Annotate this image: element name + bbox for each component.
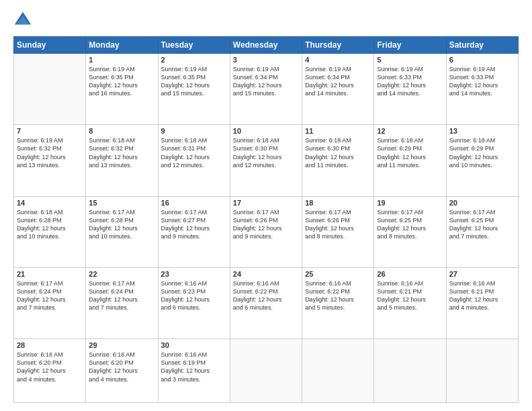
day-info: Sunrise: 6:16 AM Sunset: 6:21 PM Dayligh… <box>449 279 515 312</box>
day-number: 15 <box>89 199 154 207</box>
day-number: 19 <box>377 199 443 207</box>
day-info: Sunrise: 6:16 AM Sunset: 6:23 PM Dayligh… <box>161 279 227 312</box>
calendar-cell: 6Sunrise: 6:19 AM Sunset: 6:33 PM Daylig… <box>446 54 518 125</box>
day-info: Sunrise: 6:18 AM Sunset: 6:30 PM Dayligh… <box>305 136 371 169</box>
day-number: 24 <box>233 270 299 278</box>
calendar-cell: 30Sunrise: 6:16 AM Sunset: 6:19 PM Dayli… <box>158 339 230 403</box>
day-number: 9 <box>161 127 227 135</box>
day-number: 21 <box>17 270 83 278</box>
calendar-cell: 24Sunrise: 6:16 AM Sunset: 6:22 PM Dayli… <box>230 267 302 338</box>
calendar-week-row: 14Sunrise: 6:18 AM Sunset: 6:28 PM Dayli… <box>14 196 519 267</box>
day-number: 11 <box>305 127 371 135</box>
day-info: Sunrise: 6:19 AM Sunset: 6:33 PM Dayligh… <box>449 65 515 98</box>
day-info: Sunrise: 6:18 AM Sunset: 6:29 PM Dayligh… <box>377 136 443 169</box>
day-info: Sunrise: 6:17 AM Sunset: 6:28 PM Dayligh… <box>89 208 154 241</box>
calendar-cell: 27Sunrise: 6:16 AM Sunset: 6:21 PM Dayli… <box>446 267 518 338</box>
calendar-cell: 7Sunrise: 6:19 AM Sunset: 6:32 PM Daylig… <box>14 125 86 196</box>
calendar-cell: 22Sunrise: 6:17 AM Sunset: 6:24 PM Dayli… <box>86 267 158 338</box>
calendar-week-row: 7Sunrise: 6:19 AM Sunset: 6:32 PM Daylig… <box>14 125 519 196</box>
weekday-header-friday: Friday <box>374 37 446 54</box>
header <box>13 11 519 30</box>
day-info: Sunrise: 6:18 AM Sunset: 6:31 PM Dayligh… <box>161 136 227 169</box>
calendar-cell: 15Sunrise: 6:17 AM Sunset: 6:28 PM Dayli… <box>86 196 158 267</box>
day-number: 14 <box>17 199 83 207</box>
calendar-cell: 23Sunrise: 6:16 AM Sunset: 6:23 PM Dayli… <box>158 267 230 338</box>
day-info: Sunrise: 6:16 AM Sunset: 6:20 PM Dayligh… <box>89 351 154 383</box>
day-info: Sunrise: 6:17 AM Sunset: 6:26 PM Dayligh… <box>233 208 299 241</box>
calendar-cell: 12Sunrise: 6:18 AM Sunset: 6:29 PM Dayli… <box>374 125 446 196</box>
day-number: 25 <box>305 270 371 278</box>
weekday-header-monday: Monday <box>86 37 158 54</box>
day-info: Sunrise: 6:18 AM Sunset: 6:30 PM Dayligh… <box>233 136 299 169</box>
weekday-header-thursday: Thursday <box>302 37 374 54</box>
day-info: Sunrise: 6:18 AM Sunset: 6:32 PM Dayligh… <box>89 136 154 169</box>
day-info: Sunrise: 6:17 AM Sunset: 6:26 PM Dayligh… <box>305 208 371 241</box>
calendar-week-row: 21Sunrise: 6:17 AM Sunset: 6:24 PM Dayli… <box>14 267 519 338</box>
day-info: Sunrise: 6:16 AM Sunset: 6:19 PM Dayligh… <box>161 351 227 383</box>
logo-icon <box>13 11 32 30</box>
day-info: Sunrise: 6:18 AM Sunset: 6:29 PM Dayligh… <box>449 136 515 169</box>
page: SundayMondayTuesdayWednesdayThursdayFrid… <box>0 0 532 411</box>
day-number: 26 <box>377 270 443 278</box>
day-number: 22 <box>89 270 154 278</box>
weekday-header-wednesday: Wednesday <box>230 37 302 54</box>
calendar-cell: 17Sunrise: 6:17 AM Sunset: 6:26 PM Dayli… <box>230 196 302 267</box>
calendar-cell: 5Sunrise: 6:19 AM Sunset: 6:33 PM Daylig… <box>374 54 446 125</box>
weekday-header-saturday: Saturday <box>446 37 518 54</box>
calendar-cell: 3Sunrise: 6:19 AM Sunset: 6:34 PM Daylig… <box>230 54 302 125</box>
calendar-cell: 18Sunrise: 6:17 AM Sunset: 6:26 PM Dayli… <box>302 196 374 267</box>
calendar-header-row: SundayMondayTuesdayWednesdayThursdayFrid… <box>14 37 519 54</box>
day-info: Sunrise: 6:19 AM Sunset: 6:33 PM Dayligh… <box>377 65 443 98</box>
day-info: Sunrise: 6:19 AM Sunset: 6:32 PM Dayligh… <box>17 136 83 169</box>
day-number: 20 <box>449 199 515 207</box>
calendar-cell: 20Sunrise: 6:17 AM Sunset: 6:25 PM Dayli… <box>446 196 518 267</box>
day-number: 8 <box>89 127 154 135</box>
calendar-cell: 14Sunrise: 6:18 AM Sunset: 6:28 PM Dayli… <box>14 196 86 267</box>
day-info: Sunrise: 6:17 AM Sunset: 6:25 PM Dayligh… <box>449 208 515 241</box>
day-info: Sunrise: 6:17 AM Sunset: 6:24 PM Dayligh… <box>17 279 83 312</box>
day-number: 5 <box>377 56 443 64</box>
day-info: Sunrise: 6:16 AM Sunset: 6:21 PM Dayligh… <box>377 279 443 312</box>
day-number: 7 <box>17 127 83 135</box>
calendar-cell <box>302 339 374 403</box>
day-number: 28 <box>17 341 83 349</box>
day-number: 27 <box>449 270 515 278</box>
day-number: 16 <box>161 199 227 207</box>
day-number: 30 <box>161 341 227 349</box>
calendar-cell <box>230 339 302 403</box>
day-number: 17 <box>233 199 299 207</box>
day-info: Sunrise: 6:19 AM Sunset: 6:34 PM Dayligh… <box>233 65 299 98</box>
day-number: 10 <box>233 127 299 135</box>
day-info: Sunrise: 6:17 AM Sunset: 6:27 PM Dayligh… <box>161 208 227 241</box>
day-number: 1 <box>89 56 154 64</box>
calendar-cell: 8Sunrise: 6:18 AM Sunset: 6:32 PM Daylig… <box>86 125 158 196</box>
calendar-table: SundayMondayTuesdayWednesdayThursdayFrid… <box>13 36 519 403</box>
day-number: 18 <box>305 199 371 207</box>
calendar-cell <box>374 339 446 403</box>
day-info: Sunrise: 6:18 AM Sunset: 6:28 PM Dayligh… <box>17 208 83 241</box>
day-info: Sunrise: 6:16 AM Sunset: 6:22 PM Dayligh… <box>305 279 371 312</box>
calendar-cell: 25Sunrise: 6:16 AM Sunset: 6:22 PM Dayli… <box>302 267 374 338</box>
day-number: 13 <box>449 127 515 135</box>
calendar-week-row: 1Sunrise: 6:19 AM Sunset: 6:35 PM Daylig… <box>14 54 519 125</box>
calendar-cell: 4Sunrise: 6:19 AM Sunset: 6:34 PM Daylig… <box>302 54 374 125</box>
day-info: Sunrise: 6:16 AM Sunset: 6:22 PM Dayligh… <box>233 279 299 312</box>
calendar-cell: 13Sunrise: 6:18 AM Sunset: 6:29 PM Dayli… <box>446 125 518 196</box>
day-info: Sunrise: 6:19 AM Sunset: 6:35 PM Dayligh… <box>89 65 154 98</box>
calendar-cell: 1Sunrise: 6:19 AM Sunset: 6:35 PM Daylig… <box>86 54 158 125</box>
calendar-cell <box>446 339 518 403</box>
day-info: Sunrise: 6:16 AM Sunset: 6:20 PM Dayligh… <box>17 351 83 383</box>
calendar-cell: 2Sunrise: 6:19 AM Sunset: 6:35 PM Daylig… <box>158 54 230 125</box>
calendar-cell: 26Sunrise: 6:16 AM Sunset: 6:21 PM Dayli… <box>374 267 446 338</box>
weekday-header-tuesday: Tuesday <box>158 37 230 54</box>
day-number: 3 <box>233 56 299 64</box>
calendar-cell: 19Sunrise: 6:17 AM Sunset: 6:25 PM Dayli… <box>374 196 446 267</box>
calendar-week-row: 28Sunrise: 6:16 AM Sunset: 6:20 PM Dayli… <box>14 339 519 403</box>
calendar-cell: 9Sunrise: 6:18 AM Sunset: 6:31 PM Daylig… <box>158 125 230 196</box>
day-info: Sunrise: 6:17 AM Sunset: 6:24 PM Dayligh… <box>89 279 154 312</box>
day-number: 29 <box>89 341 154 349</box>
day-number: 6 <box>449 56 515 64</box>
day-info: Sunrise: 6:19 AM Sunset: 6:35 PM Dayligh… <box>161 65 227 98</box>
calendar-cell: 16Sunrise: 6:17 AM Sunset: 6:27 PM Dayli… <box>158 196 230 267</box>
weekday-header-sunday: Sunday <box>14 37 86 54</box>
